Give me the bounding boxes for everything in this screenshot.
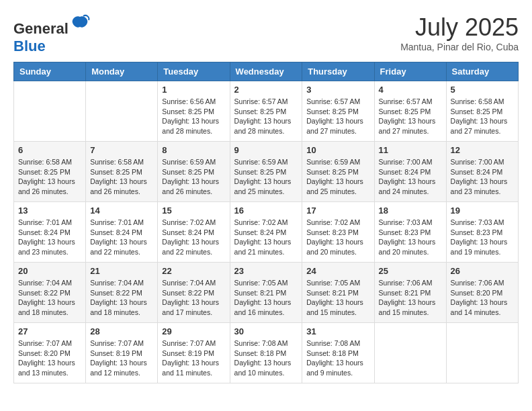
day-number: 23 (234, 266, 298, 276)
day-number: 9 (234, 145, 298, 155)
calendar-cell: 20Sunrise: 7:04 AM Sunset: 8:22 PM Dayli… (14, 263, 86, 323)
day-info: Sunrise: 6:59 AM Sunset: 8:25 PM Dayligh… (234, 157, 298, 197)
day-info: Sunrise: 7:06 AM Sunset: 8:21 PM Dayligh… (379, 278, 442, 318)
day-info: Sunrise: 7:08 AM Sunset: 8:18 PM Dayligh… (234, 338, 298, 378)
calendar-cell: 16Sunrise: 7:02 AM Sunset: 8:24 PM Dayli… (230, 202, 302, 263)
day-info: Sunrise: 7:03 AM Sunset: 8:23 PM Dayligh… (379, 218, 442, 257)
calendar-week-row: 6Sunrise: 6:58 AM Sunset: 8:25 PM Daylig… (14, 142, 519, 202)
page-header: General Blue July 2025 Mantua, Pinar del… (13, 13, 519, 55)
logo-wordmark: General Blue (13, 13, 90, 55)
calendar-cell: 9Sunrise: 6:59 AM Sunset: 8:25 PM Daylig… (230, 142, 302, 202)
logo-blue-text: Blue (13, 38, 46, 54)
day-number: 18 (379, 205, 442, 216)
calendar-cell: 23Sunrise: 7:05 AM Sunset: 8:21 PM Dayli… (230, 263, 302, 323)
day-number: 4 (379, 85, 442, 95)
calendar-cell: 8Sunrise: 6:59 AM Sunset: 8:25 PM Daylig… (158, 142, 230, 202)
day-info: Sunrise: 6:58 AM Sunset: 8:25 PM Dayligh… (18, 157, 81, 197)
day-of-week-header: Monday (86, 62, 158, 81)
day-info: Sunrise: 6:57 AM Sunset: 8:25 PM Dayligh… (379, 97, 442, 136)
calendar-cell: 3Sunrise: 6:57 AM Sunset: 8:25 PM Daylig… (302, 81, 374, 142)
day-info: Sunrise: 7:07 AM Sunset: 8:19 PM Dayligh… (162, 338, 225, 378)
day-info: Sunrise: 6:58 AM Sunset: 8:25 PM Dayligh… (451, 97, 514, 136)
calendar-cell: 13Sunrise: 7:01 AM Sunset: 8:24 PM Dayli… (14, 202, 86, 263)
day-number: 13 (18, 205, 81, 216)
day-number: 12 (451, 145, 514, 155)
day-number: 29 (162, 326, 225, 336)
month-title: July 2025 (400, 13, 519, 42)
location-text: Mantua, Pinar del Rio, Cuba (400, 42, 519, 52)
day-of-week-header: Sunday (14, 62, 86, 81)
calendar-cell: 19Sunrise: 7:03 AM Sunset: 8:23 PM Dayli… (446, 202, 518, 263)
day-info: Sunrise: 7:01 AM Sunset: 8:24 PM Dayligh… (18, 218, 81, 257)
calendar-week-row: 1Sunrise: 6:56 AM Sunset: 8:25 PM Daylig… (14, 81, 519, 142)
day-info: Sunrise: 6:59 AM Sunset: 8:25 PM Dayligh… (162, 157, 225, 197)
calendar-cell: 30Sunrise: 7:08 AM Sunset: 8:18 PM Dayli… (230, 323, 302, 383)
calendar-week-row: 13Sunrise: 7:01 AM Sunset: 8:24 PM Dayli… (14, 202, 519, 263)
calendar-cell: 15Sunrise: 7:02 AM Sunset: 8:24 PM Dayli… (158, 202, 230, 263)
day-number: 8 (162, 145, 225, 155)
day-of-week-header: Saturday (446, 62, 518, 81)
calendar-cell: 5Sunrise: 6:58 AM Sunset: 8:25 PM Daylig… (446, 81, 518, 142)
calendar-cell: 21Sunrise: 7:04 AM Sunset: 8:22 PM Dayli… (86, 263, 158, 323)
day-info: Sunrise: 6:56 AM Sunset: 8:25 PM Dayligh… (162, 97, 225, 136)
day-info: Sunrise: 7:05 AM Sunset: 8:21 PM Dayligh… (306, 278, 369, 318)
day-number: 21 (90, 266, 153, 276)
calendar-cell: 31Sunrise: 7:08 AM Sunset: 8:18 PM Dayli… (302, 323, 374, 383)
day-info: Sunrise: 7:01 AM Sunset: 8:24 PM Dayligh… (90, 218, 153, 257)
calendar-cell: 4Sunrise: 6:57 AM Sunset: 8:25 PM Daylig… (374, 81, 446, 142)
calendar-cell: 26Sunrise: 7:06 AM Sunset: 8:20 PM Dayli… (446, 263, 518, 323)
day-number: 19 (451, 205, 514, 216)
day-info: Sunrise: 7:08 AM Sunset: 8:18 PM Dayligh… (306, 338, 369, 378)
day-info: Sunrise: 7:02 AM Sunset: 8:24 PM Dayligh… (234, 218, 298, 257)
day-info: Sunrise: 6:59 AM Sunset: 8:25 PM Dayligh… (306, 157, 369, 197)
calendar-cell: 28Sunrise: 7:07 AM Sunset: 8:19 PM Dayli… (86, 323, 158, 383)
day-info: Sunrise: 7:04 AM Sunset: 8:22 PM Dayligh… (18, 278, 81, 318)
calendar-cell: 24Sunrise: 7:05 AM Sunset: 8:21 PM Dayli… (302, 263, 374, 323)
day-info: Sunrise: 6:57 AM Sunset: 8:25 PM Dayligh… (306, 97, 369, 136)
day-info: Sunrise: 7:02 AM Sunset: 8:23 PM Dayligh… (306, 218, 369, 257)
calendar-cell: 17Sunrise: 7:02 AM Sunset: 8:23 PM Dayli… (302, 202, 374, 263)
day-number: 1 (162, 85, 225, 95)
logo-bird-icon (70, 13, 90, 34)
day-number: 27 (18, 326, 81, 336)
day-info: Sunrise: 7:06 AM Sunset: 8:20 PM Dayligh… (451, 278, 514, 318)
title-block: July 2025 Mantua, Pinar del Rio, Cuba (400, 13, 519, 52)
calendar-cell: 10Sunrise: 6:59 AM Sunset: 8:25 PM Dayli… (302, 142, 374, 202)
day-info: Sunrise: 7:07 AM Sunset: 8:20 PM Dayligh… (18, 338, 81, 378)
calendar-cell (14, 81, 86, 142)
calendar-cell: 22Sunrise: 7:04 AM Sunset: 8:22 PM Dayli… (158, 263, 230, 323)
calendar-cell: 27Sunrise: 7:07 AM Sunset: 8:20 PM Dayli… (14, 323, 86, 383)
calendar-cell: 1Sunrise: 6:56 AM Sunset: 8:25 PM Daylig… (158, 81, 230, 142)
day-info: Sunrise: 7:02 AM Sunset: 8:24 PM Dayligh… (162, 218, 225, 257)
day-number: 2 (234, 85, 298, 95)
calendar-cell (446, 323, 518, 383)
calendar-cell: 12Sunrise: 7:00 AM Sunset: 8:24 PM Dayli… (446, 142, 518, 202)
day-number: 24 (306, 266, 369, 276)
calendar-cell: 25Sunrise: 7:06 AM Sunset: 8:21 PM Dayli… (374, 263, 446, 323)
day-info: Sunrise: 7:00 AM Sunset: 8:24 PM Dayligh… (379, 157, 442, 197)
calendar-cell: 7Sunrise: 6:58 AM Sunset: 8:25 PM Daylig… (86, 142, 158, 202)
calendar-week-row: 20Sunrise: 7:04 AM Sunset: 8:22 PM Dayli… (14, 263, 519, 323)
day-info: Sunrise: 7:07 AM Sunset: 8:19 PM Dayligh… (90, 338, 153, 378)
calendar-week-row: 27Sunrise: 7:07 AM Sunset: 8:20 PM Dayli… (14, 323, 519, 383)
day-number: 28 (90, 326, 153, 336)
day-of-week-header: Thursday (302, 62, 374, 81)
calendar-cell (86, 81, 158, 142)
calendar-cell (374, 323, 446, 383)
day-of-week-header: Tuesday (158, 62, 230, 81)
calendar-cell: 14Sunrise: 7:01 AM Sunset: 8:24 PM Dayli… (86, 202, 158, 263)
calendar-cell: 6Sunrise: 6:58 AM Sunset: 8:25 PM Daylig… (14, 142, 86, 202)
day-info: Sunrise: 7:04 AM Sunset: 8:22 PM Dayligh… (162, 278, 225, 318)
day-number: 31 (306, 326, 369, 336)
calendar-cell: 18Sunrise: 7:03 AM Sunset: 8:23 PM Dayli… (374, 202, 446, 263)
calendar-cell: 29Sunrise: 7:07 AM Sunset: 8:19 PM Dayli… (158, 323, 230, 383)
day-number: 16 (234, 205, 298, 216)
day-number: 26 (451, 266, 514, 276)
day-number: 17 (306, 205, 369, 216)
day-number: 14 (90, 205, 153, 216)
day-number: 7 (90, 145, 153, 155)
day-info: Sunrise: 7:03 AM Sunset: 8:23 PM Dayligh… (451, 218, 514, 257)
day-number: 6 (18, 145, 81, 155)
logo-general-text: General (13, 20, 69, 37)
calendar-cell: 2Sunrise: 6:57 AM Sunset: 8:25 PM Daylig… (230, 81, 302, 142)
